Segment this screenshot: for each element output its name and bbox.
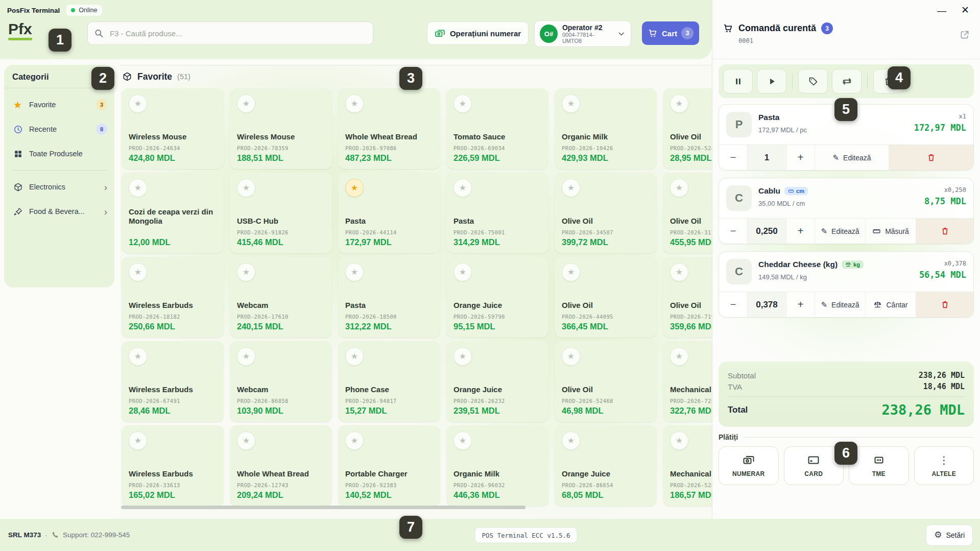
favorite-star-button[interactable]: ★ [453, 263, 472, 281]
product-card[interactable]: ★ Organic Milk PROD-2026-10426 429,93 MD… [555, 88, 657, 169]
increase-qty-button[interactable]: + [786, 219, 815, 244]
cart-button[interactable]: Cart 3 [642, 21, 699, 45]
product-card[interactable]: ★ Orange Juice PROD-2026-59790 95,15 MDL [446, 257, 548, 338]
product-card[interactable]: ★ Organic Milk PROD-2026-96032 446,36 MD… [446, 425, 548, 506]
favorite-star-button[interactable]: ★ [237, 347, 255, 366]
measure-button[interactable]: Cântar [866, 292, 916, 317]
payment-method-tme[interactable]: TME [849, 446, 909, 485]
payment-method-altele[interactable]: ⋮ ALTELE [914, 446, 974, 485]
product-card[interactable]: ★ Pasta PROD-2026-44114 172,97 MDL [338, 173, 440, 253]
favorite-star-button[interactable]: ★ [345, 179, 364, 197]
payment-method-numerar[interactable]: NUMERAR [719, 446, 779, 485]
product-card[interactable]: ★ Mechanical Keyboard PROD-2026-72589 32… [663, 341, 712, 422]
increase-qty-button[interactable]: + [786, 145, 815, 170]
product-price: 250,66 MDL [129, 322, 217, 331]
product-card[interactable]: ★ Olive Oil PROD-2026-34507 399,72 MDL [555, 173, 657, 253]
delete-item-button[interactable] [916, 219, 973, 244]
favorite-star-button[interactable]: ★ [129, 94, 147, 113]
grid-count: (51) [177, 73, 190, 81]
favorite-star-button[interactable]: ★ [453, 347, 472, 366]
edit-item-button[interactable]: ✎ Editează [815, 219, 866, 244]
swap-order-button[interactable] [832, 69, 862, 93]
favorite-star-button[interactable]: ★ [670, 94, 688, 113]
favorite-star-button[interactable]: ★ [453, 432, 472, 450]
discount-button[interactable] [798, 69, 828, 93]
favorite-star-button[interactable]: ★ [129, 263, 147, 281]
increase-qty-button[interactable]: + [786, 292, 815, 317]
product-card[interactable]: ★ Orange Juice PROD-2026-26232 239,51 MD… [446, 341, 548, 422]
product-code: PROD-2026-67491 [129, 398, 217, 404]
product-card[interactable]: ★ Mechanical Keyboard PROD-2026-52868 18… [663, 425, 712, 506]
favorite-star-button[interactable]: ★ [237, 263, 255, 281]
favorite-star-button[interactable]: ★ [129, 179, 147, 197]
favorite-star-button[interactable]: ★ [129, 432, 147, 450]
favorite-star-button[interactable]: ★ [670, 432, 688, 450]
measure-button[interactable]: Măsură [866, 219, 916, 244]
product-card[interactable]: ★ Wireless Earbuds PROD-2026-33613 165,0… [122, 425, 224, 506]
favorite-star-button[interactable]: ★ [670, 347, 688, 366]
product-card[interactable]: ★ Olive Oil PROD-2026-52436 28,95 MDL [663, 88, 712, 169]
operator-selector[interactable]: O# Operator #2 0004-77814-UMTO8 [534, 20, 631, 47]
favorite-star-button[interactable]: ★ [453, 179, 472, 197]
product-card[interactable]: ★ Phone Case PROD-2026-94817 15,27 MDL [338, 341, 440, 422]
sidebar-item-toate-produsele[interactable]: Toate Produsele [4, 141, 114, 166]
sidebar-item-recente[interactable]: Recente 8 [4, 117, 114, 141]
product-name: Tomato Sauce [453, 132, 541, 141]
favorite-star-button[interactable]: ★ [562, 94, 580, 113]
product-card[interactable]: ★ Whole Wheat Bread PROD-2026-12743 209,… [230, 425, 332, 506]
search-box[interactable] [87, 21, 373, 45]
product-card[interactable]: ★ Webcam PROD-2026-17610 240,15 MDL [230, 257, 332, 338]
edit-item-button[interactable]: ✎ Editează [815, 292, 866, 317]
product-card[interactable]: ★ Orange Juice PROD-2026-86654 68,05 MDL [555, 425, 657, 506]
favorite-star-button[interactable]: ★ [237, 179, 255, 197]
decrease-qty-button[interactable]: − [719, 292, 748, 317]
favorite-star-button[interactable]: ★ [237, 432, 255, 450]
delete-item-button[interactable] [889, 145, 973, 170]
product-card[interactable]: ★ Pasta PROD-2026-18500 312,22 MDL [338, 257, 440, 338]
product-card[interactable]: ★ Tomato Sauce PROD-2026-69034 226,59 MD… [446, 88, 548, 169]
decrease-qty-button[interactable]: − [719, 219, 748, 244]
product-card[interactable]: ★ Wireless Mouse PROD-2026-24634 424,80 … [122, 88, 224, 169]
delete-item-button[interactable] [916, 292, 973, 317]
favorite-star-button[interactable]: ★ [562, 432, 580, 450]
external-link-icon[interactable] [960, 30, 970, 40]
favorite-star-button[interactable]: ★ [345, 94, 364, 113]
product-card[interactable]: ★ Portable Charger PROD-2026-92383 140,5… [338, 425, 440, 506]
product-card[interactable]: ★ Olive Oil PROD-2026-71920 359,66 MDL [663, 257, 712, 338]
hold-order-button[interactable] [723, 69, 753, 93]
settings-button[interactable]: ⚙ Setări [926, 524, 973, 546]
product-card[interactable]: ★ Cozi de ceapa verzi din Mongolia 12,00… [122, 173, 224, 253]
sidebar-item-favorite[interactable]: ★ Favorite 3 [4, 92, 114, 117]
product-card[interactable]: ★ Wireless Earbuds PROD-2026-67491 28,46… [122, 341, 224, 422]
search-input[interactable] [109, 29, 367, 38]
decrease-qty-button[interactable]: − [719, 145, 748, 170]
product-card[interactable]: ★ Wireless Mouse PROD-2026-78359 188,51 … [230, 88, 332, 169]
favorite-star-button[interactable]: ★ [562, 347, 580, 366]
favorite-star-button[interactable]: ★ [453, 94, 472, 113]
horizontal-scrollbar[interactable] [121, 506, 525, 509]
cash-operations-button[interactable]: Operațiuni numerar [427, 21, 529, 45]
product-price: 226,59 MDL [453, 153, 541, 163]
edit-item-button[interactable]: ✎ Editează [815, 145, 889, 170]
product-card[interactable]: ★ Olive Oil PROD-2026-52468 46,98 MDL [555, 341, 657, 422]
favorite-star-button[interactable]: ★ [670, 263, 688, 281]
favorite-star-button[interactable]: ★ [237, 94, 255, 113]
product-card[interactable]: ★ Olive Oil PROD-2026-31770 455,95 MDL [663, 173, 712, 253]
product-card[interactable]: ★ USB-C Hub PROD-2026-91826 415,46 MDL [230, 173, 332, 253]
star-icon: ★ [676, 184, 683, 192]
sidebar-item-electronics[interactable]: Electronics › [4, 175, 114, 199]
sidebar-item-food-bevera[interactable]: Food & Bevera... › [4, 199, 114, 224]
favorite-star-button[interactable]: ★ [562, 263, 580, 281]
product-card[interactable]: ★ Whole Wheat Bread PROD-2026-97086 487,… [338, 88, 440, 169]
favorite-star-button[interactable]: ★ [670, 179, 688, 197]
product-card[interactable]: ★ Webcam PROD-2026-86858 103,90 MDL [230, 341, 332, 422]
favorite-star-button[interactable]: ★ [129, 347, 147, 366]
resume-order-button[interactable] [757, 69, 786, 93]
favorite-star-button[interactable]: ★ [345, 347, 364, 366]
favorite-star-button[interactable]: ★ [562, 179, 580, 197]
product-card[interactable]: ★ Olive Oil PROD-2026-44095 366,45 MDL [555, 257, 657, 338]
favorite-star-button[interactable]: ★ [345, 432, 364, 450]
product-card[interactable]: ★ Pasta PROD-2026-75001 314,29 MDL [446, 173, 548, 253]
product-card[interactable]: ★ Wireless Earbuds PROD-2026-18182 250,6… [122, 257, 224, 338]
favorite-star-button[interactable]: ★ [345, 263, 364, 281]
